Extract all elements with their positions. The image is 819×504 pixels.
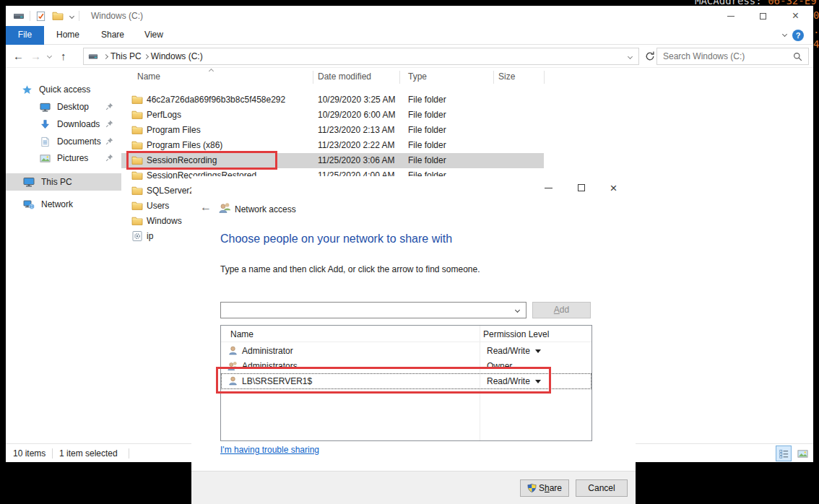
back-button[interactable]: ← [13, 50, 24, 62]
cancel-button[interactable]: Cancel [576, 479, 628, 497]
details-view-icon [779, 448, 789, 459]
permission-dropdown[interactable]: Read/Write [487, 346, 541, 356]
file-date: 11/25/2020 3:06 AM [318, 155, 395, 165]
minimize-icon [727, 16, 734, 17]
column-divider[interactable] [544, 71, 545, 84]
network-icon [23, 199, 35, 210]
close-icon: × [792, 10, 799, 22]
file-name: 46c2a726da869f96b3b8c5f458e292 [147, 95, 285, 105]
customize-toolbar-chevron-icon[interactable] [69, 13, 74, 18]
folder-icon [131, 94, 143, 105]
add-button[interactable]: Add [532, 302, 591, 318]
permission-row-administrator[interactable]: Administrator Read/Write [222, 344, 591, 358]
name-combobox-input[interactable] [228, 305, 516, 316]
navigation-pane: Quick access Desktop Downloads Documents… [6, 68, 121, 443]
dialog-footer: Share Cancel [191, 471, 636, 504]
pin-icon[interactable] [105, 102, 114, 111]
file-gear-icon [131, 230, 143, 242]
address-dropdown-chevron-icon[interactable] [628, 53, 633, 58]
file-type: File folder [408, 155, 446, 165]
sidebar-item-documents[interactable]: Documents [6, 133, 121, 150]
tab-view[interactable]: View [134, 26, 174, 45]
minimize-button[interactable] [714, 6, 747, 26]
dialog-close-button[interactable]: × [597, 179, 630, 196]
column-divider[interactable] [313, 71, 313, 84]
file-row[interactable]: Program Files 11/23/2020 2:13 AM File fo… [121, 123, 544, 138]
thumbnails-view-button[interactable] [794, 446, 810, 461]
sidebar-item-downloads[interactable]: Downloads [6, 116, 121, 133]
help-icon[interactable]: ? [792, 30, 804, 41]
breadcrumb-this-pc[interactable]: This PC [110, 51, 142, 61]
person-name: Administrator [242, 346, 293, 356]
recent-locations-chevron-icon[interactable] [47, 53, 52, 58]
address-bar[interactable]: This PC Windows (C:) [83, 48, 639, 65]
column-header-permission-level[interactable]: Permission Level [483, 329, 549, 339]
pin-icon[interactable] [105, 119, 114, 129]
pin-icon[interactable] [105, 136, 114, 146]
tab-share[interactable]: Share [92, 26, 134, 45]
file-date: 10/29/2020 6:00 AM [318, 110, 395, 120]
tab-home[interactable]: Home [44, 26, 92, 45]
dialog-maximize-button[interactable] [565, 179, 597, 196]
star-icon [22, 84, 32, 95]
sidebar-item-label: Documents [57, 136, 101, 147]
column-header-size[interactable]: Size [498, 71, 515, 82]
name-combobox[interactable] [220, 302, 526, 318]
trouble-sharing-link[interactable]: I'm having trouble sharing [220, 445, 319, 455]
document-icon [40, 136, 51, 147]
address-toolbar: ← → ↑ This PC Windows (C:) [6, 45, 813, 68]
sidebar-item-pictures[interactable]: Pictures [6, 149, 121, 167]
add-button-key: A [554, 305, 560, 315]
breadcrumb-windows-c[interactable]: Windows (C:) [151, 51, 203, 61]
permission-value: Read/Write [487, 346, 530, 356]
combobox-dropdown-chevron-icon[interactable] [515, 308, 520, 313]
drive-icon [88, 51, 98, 61]
column-header-name[interactable]: Name [137, 71, 160, 82]
maximize-icon [578, 184, 585, 191]
column-header-name[interactable]: Name [230, 329, 254, 339]
search-input[interactable] [663, 51, 793, 61]
breadcrumb-chevron-icon[interactable] [144, 53, 149, 58]
console-fragment: 4 [813, 38, 819, 50]
dialog-back-button[interactable]: ← [200, 201, 212, 214]
sidebar-item-network[interactable]: Network [6, 196, 121, 213]
expand-ribbon-chevron-icon[interactable] [782, 32, 787, 37]
minimize-icon [545, 188, 552, 188]
file-name: Program Files (x86) [147, 140, 222, 150]
dialog-minimize-button[interactable] [532, 179, 565, 196]
tab-file[interactable]: File [6, 26, 44, 45]
sidebar-item-label: Network [41, 199, 73, 209]
up-button[interactable]: ↑ [61, 50, 66, 62]
share-button-label: Share [539, 483, 562, 493]
selected-count: 1 item selected [59, 448, 118, 459]
dialog-heading: Choose people on your network to share w… [220, 233, 452, 246]
add-button-label: dd [560, 305, 569, 315]
file-name: Users [147, 201, 169, 211]
divider [30, 11, 30, 21]
sidebar-item-quick-access[interactable]: Quick access [6, 81, 121, 98]
forward-button[interactable]: → [30, 50, 41, 62]
refresh-icon[interactable] [644, 51, 656, 62]
dialog-title: Network access [235, 204, 296, 214]
column-divider[interactable] [493, 71, 494, 84]
sidebar-item-desktop[interactable]: Desktop [6, 98, 121, 116]
close-button[interactable]: × [779, 6, 812, 26]
column-header-type[interactable]: Type [408, 71, 427, 82]
new-folder-icon[interactable] [52, 10, 64, 22]
annotation-highlight-sessionrecording [126, 151, 277, 170]
file-row[interactable]: PerfLogs 10/29/2020 6:00 AM File folder [121, 108, 544, 123]
breadcrumb-chevron-icon[interactable] [103, 53, 108, 58]
maximize-button[interactable] [747, 6, 779, 26]
thumbnails-view-icon [797, 448, 808, 459]
sidebar-item-this-pc[interactable]: This PC [6, 173, 121, 191]
file-row[interactable]: 46c2a726da869f96b3b8c5f458e292 10/29/202… [121, 92, 544, 108]
pin-icon[interactable] [105, 153, 114, 162]
share-button[interactable]: Share [520, 479, 569, 497]
column-divider[interactable] [399, 71, 400, 84]
file-type: File folder [408, 125, 446, 135]
properties-icon[interactable] [35, 11, 46, 22]
sidebar-item-label: Pictures [57, 153, 88, 163]
search-box [656, 48, 809, 65]
details-view-button[interactable] [776, 446, 792, 461]
column-header-date-modified[interactable]: Date modified [318, 71, 371, 82]
